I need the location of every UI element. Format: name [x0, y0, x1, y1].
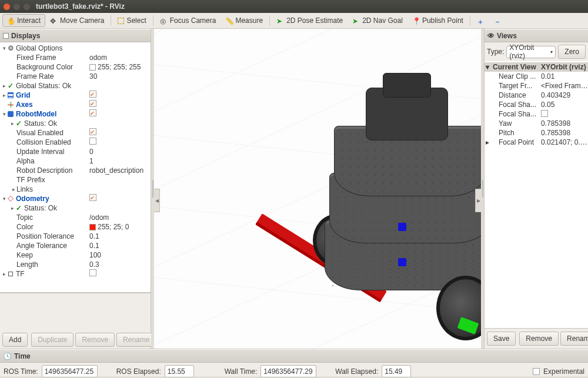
wall-time-label: Wall Time: — [225, 367, 258, 376]
tree-item-global-options[interactable]: ▾⚙Global Options — [0, 44, 151, 53]
measure-icon: 📏 — [225, 17, 233, 25]
type-label: Type: — [487, 48, 504, 56]
checkbox[interactable] — [89, 138, 96, 145]
minimize-icon[interactable] — [14, 4, 20, 10]
select-button[interactable]: Select — [113, 14, 151, 27]
time-panel: 🕓Time ROS Time: 1496356477.25 ROS Elapse… — [0, 349, 588, 377]
views-tree[interactable]: ▾Current ViewXYOrbit (rviz) Near Clip ..… — [485, 61, 588, 329]
plus-icon: ＋ — [477, 17, 485, 25]
prop-fixed-frame[interactable]: Fixed Frameodom — [0, 53, 151, 62]
interact-button[interactable]: ✋Interact — [2, 14, 45, 27]
time-header[interactable]: 🕓Time — [0, 349, 588, 363]
tree-item-robotmodel[interactable]: ▾RobotModel — [0, 109, 151, 119]
checkbox[interactable] — [89, 194, 96, 201]
checkbox[interactable] — [89, 91, 96, 98]
prop-background-color[interactable]: Background Color255; 255; 255 — [0, 62, 151, 72]
prop-visual-enabled[interactable]: Visual Enabled — [0, 128, 151, 138]
wall-elapsed-label: Wall Elapsed: — [335, 367, 378, 376]
minus-icon: － — [494, 17, 502, 25]
save-button[interactable]: Save — [487, 332, 516, 346]
prop-focal-shape2[interactable]: Focal Sha... — [485, 109, 588, 119]
robot-icon — [7, 111, 14, 118]
checkbox[interactable] — [89, 100, 96, 107]
checkbox[interactable] — [89, 109, 96, 116]
prop-length[interactable]: Length0.3 — [0, 260, 151, 269]
tree-item-axes[interactable]: Axes — [0, 100, 151, 109]
collapse-left-icon[interactable]: ◀ — [154, 189, 160, 212]
separator — [470, 15, 470, 26]
publish-point-button[interactable]: 📍Publish Point — [407, 14, 468, 27]
robot-sensor — [366, 88, 448, 141]
rename-button[interactable]: Rename — [560, 332, 588, 346]
prop-distance[interactable]: Distance0.403429 — [485, 91, 588, 100]
tree-item-od-status[interactable]: ▸Status: Ok — [0, 203, 151, 213]
remove-button[interactable]: Remove — [75, 333, 115, 347]
add-button[interactable]: Add — [2, 333, 28, 347]
prop-robot-description[interactable]: Robot Descriptionrobot_description — [0, 166, 151, 175]
checkbox[interactable] — [89, 128, 96, 135]
prop-update-interval[interactable]: Update Interval0 — [0, 147, 151, 156]
select-icon — [118, 18, 124, 24]
rename-button[interactable]: Rename — [116, 333, 156, 347]
duplicate-button[interactable]: Duplicate — [31, 333, 74, 347]
focus-icon: ◎ — [160, 17, 168, 25]
prop-target-frame[interactable]: Target Fr...<Fixed Frame> — [485, 81, 588, 91]
prop-collision-enabled[interactable]: Collision Enabled — [0, 138, 151, 147]
ros-time-label: ROS Time: — [4, 367, 38, 376]
view-type-row: Type: XYOrbit (rviz)▾ Zero — [485, 42, 588, 61]
remove-tool-button[interactable]: － — [489, 15, 506, 27]
prop-angle-tolerance[interactable]: Angle Tolerance0.1 — [0, 241, 151, 250]
prop-keep[interactable]: Keep100 — [0, 250, 151, 260]
3d-viewport[interactable]: ◀ ▶ — [154, 29, 481, 349]
prop-topic[interactable]: Topic/odom — [0, 213, 151, 222]
tree-item-odometry[interactable]: ▾Odometry — [0, 194, 151, 203]
prop-color[interactable]: Color255; 25; 0 — [0, 222, 151, 232]
close-icon[interactable] — [4, 4, 10, 10]
clock-icon: 🕓 — [3, 352, 12, 360]
ros-elapsed-field[interactable]: 15.55 — [165, 365, 194, 377]
maximize-icon[interactable] — [24, 4, 30, 10]
experimental-checkbox[interactable] — [533, 368, 540, 375]
prop-focal-shape[interactable]: Focal Sha...0.05 — [485, 100, 588, 109]
prop-near-clip[interactable]: Near Clip ...0.01 — [485, 72, 588, 81]
prop-position-tolerance[interactable]: Position Tolerance0.1 — [0, 232, 151, 241]
tree-item-global-status[interactable]: ▸Global Status: Ok — [0, 81, 151, 91]
prop-pitch[interactable]: Pitch0.785398 — [485, 128, 588, 138]
current-view-row[interactable]: ▾Current ViewXYOrbit (rviz) — [485, 62, 588, 72]
view-type-combo[interactable]: XYOrbit (rviz)▾ — [506, 46, 556, 58]
tree-item-links[interactable]: ▸Links — [0, 185, 151, 194]
check-icon — [15, 120, 22, 127]
views-buttons: Save Remove Rename — [485, 329, 588, 349]
checkbox[interactable] — [89, 269, 96, 276]
zero-button[interactable]: Zero — [558, 45, 586, 59]
measure-button[interactable]: 📏Measure — [220, 14, 268, 27]
wall-time-field[interactable]: 1496356477.29 — [260, 365, 316, 377]
collapse-right-icon[interactable]: ▶ — [475, 189, 481, 212]
arrow-icon: ➤ — [352, 17, 360, 25]
wall-elapsed-field[interactable]: 15.49 — [382, 365, 411, 377]
prop-frame-rate[interactable]: Frame Rate30 — [0, 72, 151, 81]
axes-icon — [7, 101, 14, 108]
prop-tf-prefix[interactable]: TF Prefix — [0, 175, 151, 185]
pose-estimate-button[interactable]: ➤2D Pose Estimate — [272, 14, 348, 27]
focus-camera-button[interactable]: ◎Focus Camera — [155, 14, 221, 27]
displays-tree[interactable]: ▾⚙Global Options Fixed Frameodom Backgro… — [0, 42, 151, 293]
checkbox[interactable] — [541, 110, 548, 117]
displays-header[interactable]: Displays — [0, 29, 151, 42]
prop-alpha[interactable]: Alpha1 — [0, 156, 151, 166]
move-camera-button[interactable]: ✥Move Camera — [45, 14, 109, 27]
add-tool-button[interactable]: ＋ — [472, 15, 489, 27]
views-header[interactable]: 👁Views — [485, 29, 588, 42]
tree-item-grid[interactable]: ▸Grid — [0, 91, 151, 100]
ros-time-field[interactable]: 1496356477.25 — [42, 365, 98, 377]
prop-focal-point[interactable]: ▸Focal Point0.021407; 0.01... — [485, 138, 588, 147]
odometry-icon — [7, 195, 14, 202]
eye-icon: 👁 — [487, 32, 495, 40]
nav-goal-button[interactable]: ➤2D Nav Goal — [348, 14, 407, 27]
title-bar: turtlebot3_fake.rviz* - RViz — [0, 0, 588, 13]
prop-yaw[interactable]: Yaw0.785398 — [485, 119, 588, 128]
tree-item-tf[interactable]: ▸TF — [0, 269, 151, 279]
remove-button[interactable]: Remove — [519, 332, 559, 346]
tree-item-rm-status[interactable]: ▸Status: Ok — [0, 119, 151, 128]
window-controls — [4, 4, 30, 10]
